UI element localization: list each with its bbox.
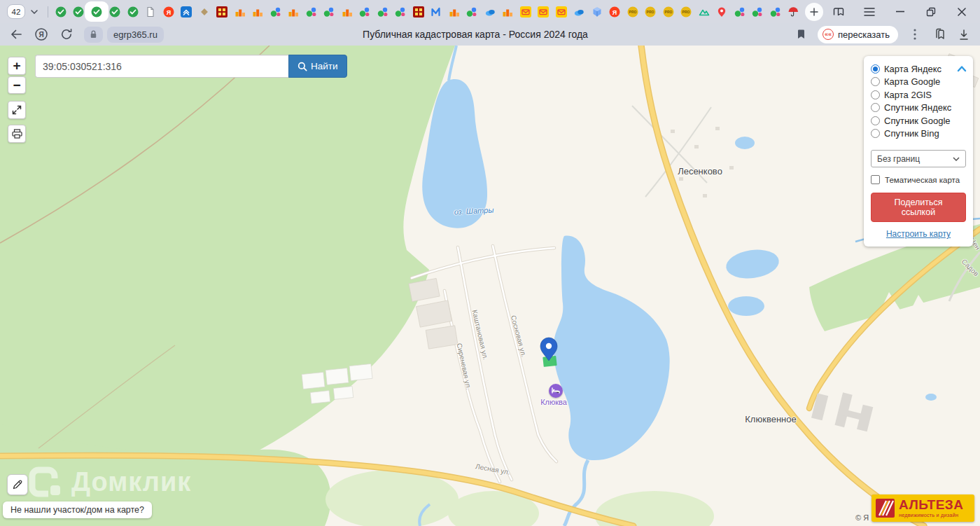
layer-option-2[interactable]: Карта Google [871, 76, 966, 89]
menu-icon[interactable] [862, 5, 876, 19]
tab-42[interactable] [788, 2, 799, 21]
tab-35[interactable]: PRO [662, 2, 674, 21]
tab-17[interactable] [341, 2, 353, 21]
tab-18[interactable] [359, 2, 371, 21]
bookmark-icon[interactable] [793, 27, 808, 42]
retell-button[interactable]: «« пересказать [818, 26, 898, 43]
tab-28[interactable] [538, 2, 550, 21]
tab-9[interactable] [198, 2, 210, 21]
tab-7[interactable]: Я [162, 2, 174, 21]
print-button[interactable] [8, 125, 26, 143]
tab-4[interactable] [109, 2, 121, 21]
zoom-out-button[interactable]: − [8, 76, 26, 94]
tab-counter[interactable]: 42 [7, 4, 41, 19]
new-tab-button[interactable] [805, 3, 823, 21]
tab-1[interactable] [55, 2, 66, 21]
map-marker[interactable] [540, 338, 557, 367]
pro-icon: PRO [645, 6, 656, 18]
alteza-logo[interactable]: АЛЬТЕЗА недвижимость и дизайн [872, 494, 974, 522]
restore-button[interactable] [924, 5, 938, 19]
tab-36[interactable]: PRO [680, 2, 692, 21]
tab-31[interactable] [591, 2, 603, 21]
tab-3[interactable] [85, 1, 108, 22]
back-icon[interactable] [8, 27, 24, 42]
close-button[interactable] [955, 5, 969, 19]
tab-25[interactable] [484, 2, 496, 21]
tab-11[interactable] [234, 2, 246, 21]
tab-22[interactable] [430, 2, 442, 21]
tab-6[interactable] [145, 2, 157, 21]
search-button[interactable]: Найти [288, 55, 347, 78]
page-title: Публичная кадастровая карта - Россия 202… [363, 29, 588, 40]
collapse-panel-icon[interactable] [957, 64, 967, 71]
layer-option-6[interactable]: Спутник Bing [871, 127, 966, 141]
tab-26[interactable] [502, 2, 514, 21]
map-canvas[interactable]: оз. ШатрыЛесенковоКлюквенноеКлюкваКаштан… [0, 46, 980, 526]
reload-icon[interactable] [59, 27, 74, 42]
radio-icon [871, 64, 880, 74]
cube-icon [592, 6, 603, 18]
tab-12[interactable] [252, 2, 264, 21]
layer-option-4[interactable]: Спутник Яндекс [871, 102, 966, 115]
layer-option-3[interactable]: Карта 2GIS [871, 88, 966, 102]
configure-map-link[interactable]: Настроить карту [871, 229, 966, 239]
collections-icon[interactable] [932, 27, 947, 42]
tab-29[interactable] [555, 2, 567, 21]
tab-16[interactable] [323, 2, 335, 21]
layer-option-5[interactable]: Спутник Google [871, 114, 966, 127]
site-security-lock-icon[interactable] [84, 27, 103, 43]
borders-select[interactable]: Без границ [871, 150, 966, 167]
download-icon[interactable] [956, 27, 972, 42]
tab-count[interactable]: 42 [7, 4, 25, 19]
dots-icon [752, 6, 763, 18]
side-panel-icon[interactable] [832, 5, 846, 19]
tab-8[interactable] [181, 2, 192, 21]
tab-10[interactable] [216, 2, 228, 21]
quote-icon: «« [822, 29, 834, 40]
tab-41[interactable] [769, 2, 781, 21]
tab-24[interactable] [466, 2, 478, 21]
tab-23[interactable] [448, 2, 460, 21]
thematic-map-checkbox[interactable]: Тематическая карта [871, 175, 966, 184]
browser-tab-bar: 42 ЯЯPROPROPROPRO [0, 0, 980, 23]
check-icon [73, 6, 84, 18]
tab-19[interactable] [377, 2, 388, 21]
fullscreen-button[interactable] [8, 101, 26, 119]
url-domain[interactable]: egrp365.ru [107, 27, 164, 43]
layer-option-1[interactable]: Карта Яндекс [871, 62, 966, 76]
tab-13[interactable] [270, 2, 281, 21]
tab-40[interactable] [752, 2, 764, 21]
pro-icon: PRO [627, 6, 638, 18]
tab-15[interactable] [305, 2, 317, 21]
chevron-down-icon[interactable] [27, 5, 41, 19]
tab-2[interactable] [73, 2, 85, 21]
layers-panel: Карта ЯндексКарта GoogleКарта 2GISСпутни… [864, 56, 973, 247]
search-input[interactable] [35, 55, 288, 78]
share-link-button[interactable]: Поделиться ссылкой [871, 193, 966, 222]
zoom-in-button[interactable]: + [8, 57, 26, 75]
svg-text:PRO: PRO [682, 10, 690, 14]
minimize-button[interactable] [893, 5, 907, 19]
hotel-poi-icon[interactable] [549, 384, 563, 398]
tab-39[interactable] [734, 2, 746, 21]
svg-text:Я: Я [612, 8, 617, 15]
dots-icon [306, 6, 317, 18]
tab-strip: ЯЯPROPROPROPRO [55, 1, 799, 22]
tab-34[interactable]: PRO [645, 2, 657, 21]
tab-30[interactable] [573, 2, 585, 21]
redgrid-icon [413, 6, 424, 18]
tab-33[interactable]: PRO [626, 2, 638, 21]
tab-20[interactable] [395, 2, 407, 21]
tab-32[interactable]: Я [609, 2, 621, 21]
tab-14[interactable] [288, 2, 300, 21]
tab-27[interactable] [519, 2, 531, 21]
more-options-icon[interactable] [907, 27, 923, 42]
tab-21[interactable] [412, 2, 424, 21]
yandex-icon: Я [163, 6, 174, 18]
yandex-home-icon[interactable]: Я [34, 27, 49, 42]
dots-icon [734, 6, 746, 18]
measure-pencil-button[interactable] [7, 474, 28, 495]
tab-38[interactable] [716, 2, 728, 21]
tab-37[interactable] [698, 2, 710, 21]
tab-5[interactable] [127, 2, 139, 21]
